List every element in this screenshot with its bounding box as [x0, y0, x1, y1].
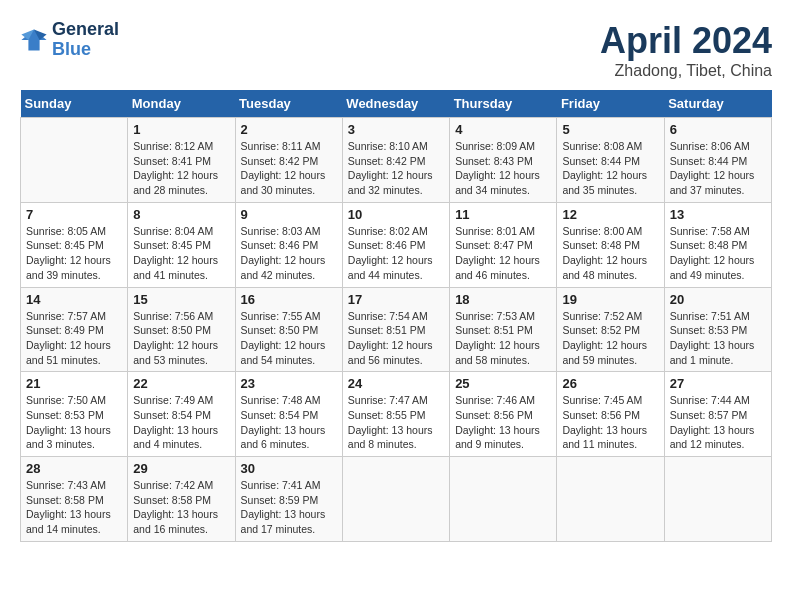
day-info: Sunrise: 7:46 AM Sunset: 8:56 PM Dayligh…	[455, 393, 551, 452]
logo-blue: Blue	[52, 40, 119, 60]
calendar-cell: 7Sunrise: 8:05 AM Sunset: 8:45 PM Daylig…	[21, 202, 128, 287]
day-info: Sunrise: 8:12 AM Sunset: 8:41 PM Dayligh…	[133, 139, 229, 198]
logo: General Blue	[20, 20, 119, 60]
calendar-cell: 11Sunrise: 8:01 AM Sunset: 8:47 PM Dayli…	[450, 202, 557, 287]
calendar-cell: 28Sunrise: 7:43 AM Sunset: 8:58 PM Dayli…	[21, 457, 128, 542]
calendar-cell: 16Sunrise: 7:55 AM Sunset: 8:50 PM Dayli…	[235, 287, 342, 372]
calendar-body: 1Sunrise: 8:12 AM Sunset: 8:41 PM Daylig…	[21, 118, 772, 542]
day-info: Sunrise: 7:45 AM Sunset: 8:56 PM Dayligh…	[562, 393, 658, 452]
day-info: Sunrise: 7:54 AM Sunset: 8:51 PM Dayligh…	[348, 309, 444, 368]
calendar-cell: 12Sunrise: 8:00 AM Sunset: 8:48 PM Dayli…	[557, 202, 664, 287]
day-number: 11	[455, 207, 551, 222]
day-info: Sunrise: 8:11 AM Sunset: 8:42 PM Dayligh…	[241, 139, 337, 198]
day-info: Sunrise: 8:03 AM Sunset: 8:46 PM Dayligh…	[241, 224, 337, 283]
day-info: Sunrise: 7:51 AM Sunset: 8:53 PM Dayligh…	[670, 309, 766, 368]
calendar-cell: 26Sunrise: 7:45 AM Sunset: 8:56 PM Dayli…	[557, 372, 664, 457]
calendar-cell: 19Sunrise: 7:52 AM Sunset: 8:52 PM Dayli…	[557, 287, 664, 372]
day-number: 19	[562, 292, 658, 307]
day-number: 17	[348, 292, 444, 307]
day-info: Sunrise: 7:50 AM Sunset: 8:53 PM Dayligh…	[26, 393, 122, 452]
day-info: Sunrise: 8:06 AM Sunset: 8:44 PM Dayligh…	[670, 139, 766, 198]
calendar-cell: 4Sunrise: 8:09 AM Sunset: 8:43 PM Daylig…	[450, 118, 557, 203]
calendar-day-header: Tuesday	[235, 90, 342, 118]
calendar-week-row: 21Sunrise: 7:50 AM Sunset: 8:53 PM Dayli…	[21, 372, 772, 457]
calendar-cell: 6Sunrise: 8:06 AM Sunset: 8:44 PM Daylig…	[664, 118, 771, 203]
day-info: Sunrise: 8:10 AM Sunset: 8:42 PM Dayligh…	[348, 139, 444, 198]
day-number: 13	[670, 207, 766, 222]
calendar-table: SundayMondayTuesdayWednesdayThursdayFrid…	[20, 90, 772, 542]
day-info: Sunrise: 7:41 AM Sunset: 8:59 PM Dayligh…	[241, 478, 337, 537]
day-number: 2	[241, 122, 337, 137]
day-info: Sunrise: 7:47 AM Sunset: 8:55 PM Dayligh…	[348, 393, 444, 452]
day-info: Sunrise: 7:44 AM Sunset: 8:57 PM Dayligh…	[670, 393, 766, 452]
day-info: Sunrise: 8:00 AM Sunset: 8:48 PM Dayligh…	[562, 224, 658, 283]
calendar-cell: 1Sunrise: 8:12 AM Sunset: 8:41 PM Daylig…	[128, 118, 235, 203]
calendar-day-header: Thursday	[450, 90, 557, 118]
calendar-cell: 3Sunrise: 8:10 AM Sunset: 8:42 PM Daylig…	[342, 118, 449, 203]
title-area: April 2024 Zhadong, Tibet, China	[600, 20, 772, 80]
day-number: 23	[241, 376, 337, 391]
calendar-cell	[557, 457, 664, 542]
day-info: Sunrise: 8:09 AM Sunset: 8:43 PM Dayligh…	[455, 139, 551, 198]
calendar-week-row: 1Sunrise: 8:12 AM Sunset: 8:41 PM Daylig…	[21, 118, 772, 203]
calendar-cell: 20Sunrise: 7:51 AM Sunset: 8:53 PM Dayli…	[664, 287, 771, 372]
svg-marker-0	[21, 29, 46, 50]
day-number: 27	[670, 376, 766, 391]
day-number: 18	[455, 292, 551, 307]
day-info: Sunrise: 7:52 AM Sunset: 8:52 PM Dayligh…	[562, 309, 658, 368]
calendar-cell: 5Sunrise: 8:08 AM Sunset: 8:44 PM Daylig…	[557, 118, 664, 203]
day-info: Sunrise: 7:55 AM Sunset: 8:50 PM Dayligh…	[241, 309, 337, 368]
calendar-cell: 2Sunrise: 8:11 AM Sunset: 8:42 PM Daylig…	[235, 118, 342, 203]
calendar-cell: 15Sunrise: 7:56 AM Sunset: 8:50 PM Dayli…	[128, 287, 235, 372]
day-info: Sunrise: 7:43 AM Sunset: 8:58 PM Dayligh…	[26, 478, 122, 537]
day-info: Sunrise: 7:53 AM Sunset: 8:51 PM Dayligh…	[455, 309, 551, 368]
calendar-cell: 13Sunrise: 7:58 AM Sunset: 8:48 PM Dayli…	[664, 202, 771, 287]
page-title: April 2024	[600, 20, 772, 62]
calendar-cell	[342, 457, 449, 542]
calendar-day-header: Monday	[128, 90, 235, 118]
logo-icon	[20, 26, 48, 54]
day-info: Sunrise: 7:57 AM Sunset: 8:49 PM Dayligh…	[26, 309, 122, 368]
day-number: 6	[670, 122, 766, 137]
calendar-week-row: 14Sunrise: 7:57 AM Sunset: 8:49 PM Dayli…	[21, 287, 772, 372]
calendar-cell	[21, 118, 128, 203]
day-number: 14	[26, 292, 122, 307]
calendar-day-header: Saturday	[664, 90, 771, 118]
calendar-cell: 14Sunrise: 7:57 AM Sunset: 8:49 PM Dayli…	[21, 287, 128, 372]
calendar-cell: 10Sunrise: 8:02 AM Sunset: 8:46 PM Dayli…	[342, 202, 449, 287]
calendar-cell	[450, 457, 557, 542]
calendar-day-header: Sunday	[21, 90, 128, 118]
page-header: General Blue April 2024 Zhadong, Tibet, …	[20, 20, 772, 80]
calendar-cell: 24Sunrise: 7:47 AM Sunset: 8:55 PM Dayli…	[342, 372, 449, 457]
calendar-week-row: 28Sunrise: 7:43 AM Sunset: 8:58 PM Dayli…	[21, 457, 772, 542]
calendar-cell	[664, 457, 771, 542]
day-number: 24	[348, 376, 444, 391]
page-subtitle: Zhadong, Tibet, China	[600, 62, 772, 80]
logo-general: General	[52, 20, 119, 40]
day-number: 15	[133, 292, 229, 307]
day-number: 20	[670, 292, 766, 307]
day-info: Sunrise: 8:04 AM Sunset: 8:45 PM Dayligh…	[133, 224, 229, 283]
day-number: 22	[133, 376, 229, 391]
day-number: 12	[562, 207, 658, 222]
day-number: 25	[455, 376, 551, 391]
calendar-cell: 25Sunrise: 7:46 AM Sunset: 8:56 PM Dayli…	[450, 372, 557, 457]
day-number: 8	[133, 207, 229, 222]
day-number: 4	[455, 122, 551, 137]
day-number: 9	[241, 207, 337, 222]
day-info: Sunrise: 7:56 AM Sunset: 8:50 PM Dayligh…	[133, 309, 229, 368]
calendar-cell: 27Sunrise: 7:44 AM Sunset: 8:57 PM Dayli…	[664, 372, 771, 457]
day-info: Sunrise: 7:49 AM Sunset: 8:54 PM Dayligh…	[133, 393, 229, 452]
day-number: 1	[133, 122, 229, 137]
calendar-cell: 21Sunrise: 7:50 AM Sunset: 8:53 PM Dayli…	[21, 372, 128, 457]
calendar-day-header: Friday	[557, 90, 664, 118]
day-number: 10	[348, 207, 444, 222]
calendar-cell: 30Sunrise: 7:41 AM Sunset: 8:59 PM Dayli…	[235, 457, 342, 542]
day-info: Sunrise: 7:58 AM Sunset: 8:48 PM Dayligh…	[670, 224, 766, 283]
calendar-cell: 17Sunrise: 7:54 AM Sunset: 8:51 PM Dayli…	[342, 287, 449, 372]
calendar-cell: 29Sunrise: 7:42 AM Sunset: 8:58 PM Dayli…	[128, 457, 235, 542]
day-number: 7	[26, 207, 122, 222]
calendar-cell: 8Sunrise: 8:04 AM Sunset: 8:45 PM Daylig…	[128, 202, 235, 287]
day-info: Sunrise: 8:02 AM Sunset: 8:46 PM Dayligh…	[348, 224, 444, 283]
day-number: 3	[348, 122, 444, 137]
